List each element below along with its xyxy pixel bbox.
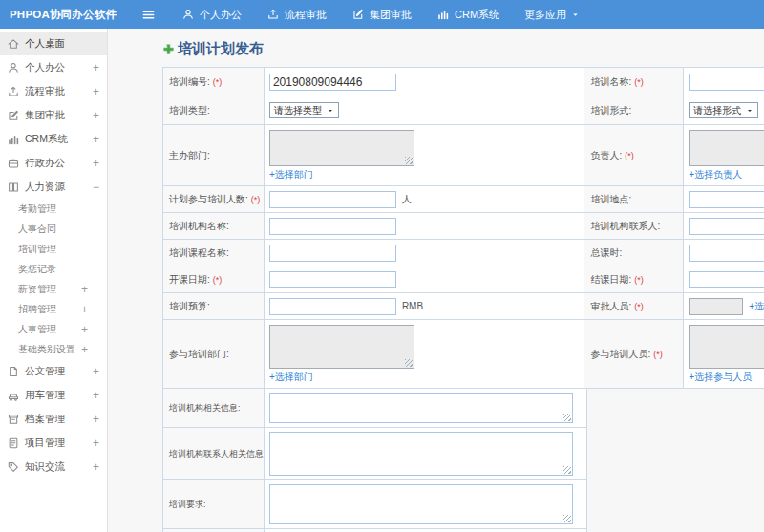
sidebar-subitem[interactable]: 考勤管理: [0, 199, 107, 219]
sidebar-subitem[interactable]: 人事合同: [0, 219, 107, 239]
expand-toggle[interactable]: −: [93, 181, 99, 194]
expand-toggle[interactable]: +: [93, 85, 99, 98]
nav-item-1[interactable]: 个人办公: [169, 0, 254, 29]
field-cell: [684, 68, 764, 96]
field-label-cell: 参与培训部门:: [163, 320, 265, 389]
text-input[interactable]: [689, 191, 764, 208]
expand-toggle[interactable]: +: [93, 389, 99, 402]
user-icon: [181, 8, 195, 21]
picker-textarea[interactable]: [689, 130, 764, 166]
expand-toggle[interactable]: +: [81, 343, 88, 356]
sidebar-item[interactable]: 档案管理+: [0, 407, 107, 431]
textarea-field[interactable]: [269, 432, 573, 476]
sidebar-item[interactable]: 流程审批+: [0, 79, 107, 103]
sidebar-item-label: 公文管理: [25, 365, 65, 378]
text-input[interactable]: [269, 298, 396, 315]
sidebar-item[interactable]: 公文管理+: [0, 359, 107, 383]
field-cell: [265, 428, 587, 480]
expand-toggle[interactable]: +: [81, 323, 88, 336]
sidebar-item-label: 知识交流: [25, 460, 65, 474]
field-cell: [684, 186, 764, 213]
picker-textarea[interactable]: [269, 130, 414, 166]
text-input[interactable]: [689, 74, 764, 91]
sidebar-item[interactable]: 项目管理+: [0, 431, 107, 455]
expand-toggle[interactable]: +: [93, 460, 99, 474]
sidebar-subitem[interactable]: 薪资管理+: [0, 279, 107, 299]
field-label: 培训机构名称:: [169, 220, 229, 233]
nav-item-3[interactable]: 集团审批: [339, 0, 424, 29]
field-label: 培训形式:: [590, 104, 631, 117]
sidebar-subitem[interactable]: 培训管理: [0, 239, 107, 259]
expand-toggle[interactable]: +: [93, 61, 99, 74]
sidebar-item[interactable]: 个人桌面: [0, 32, 107, 55]
sidebar-subitem-label: 培训管理: [18, 243, 56, 256]
app-brand: PHPOA协同办公软件: [0, 8, 141, 22]
textarea-field[interactable]: [269, 484, 573, 524]
picker-link[interactable]: +选择负责人: [689, 168, 742, 181]
sidebar-item[interactable]: 用车管理+: [0, 383, 107, 407]
main-content: 培训计划发布 培训编号:(*)培训名称:(*)培训类型:请选择类型培训形式:请选…: [108, 29, 764, 532]
expand-toggle[interactable]: +: [93, 157, 99, 170]
field-label-cell: 计划参与培训人数:(*): [163, 186, 265, 213]
field-label: 开课日期:: [169, 273, 210, 287]
picker-textarea[interactable]: [269, 325, 414, 369]
expand-toggle[interactable]: +: [93, 133, 99, 146]
flow-icon: [7, 85, 20, 98]
sidebar-item[interactable]: 集团审批+: [0, 103, 107, 127]
text-input[interactable]: [689, 218, 764, 235]
sidebar-subitem[interactable]: 招聘管理+: [0, 299, 107, 319]
expand-toggle[interactable]: +: [93, 436, 99, 450]
archive-icon: [7, 413, 20, 426]
nav-item-2[interactable]: 流程审批: [254, 0, 339, 29]
text-input[interactable]: [269, 245, 396, 262]
text-input[interactable]: [269, 74, 396, 91]
text-input[interactable]: [269, 218, 396, 235]
form-row: 培训编号:(*)培训名称:(*): [163, 68, 764, 96]
field-label: 培训预算:: [169, 300, 210, 313]
picker-link[interactable]: +选择部门: [269, 371, 313, 384]
sidebar-subitem-label: 人事合同: [18, 223, 56, 236]
sidebar-subitem[interactable]: 基础类别设置+: [0, 339, 107, 359]
add-icon: [162, 43, 175, 55]
picker-link[interactable]: +选择审批人员: [749, 300, 764, 313]
menu-toggle-icon[interactable]: [141, 8, 156, 22]
expand-toggle[interactable]: +: [81, 303, 88, 316]
chart-icon: [436, 8, 450, 21]
text-input[interactable]: [269, 191, 396, 208]
textarea-field[interactable]: [269, 393, 573, 423]
nav-item-5[interactable]: 更多应用: [512, 0, 592, 29]
select-box[interactable]: 请选择形式: [689, 102, 758, 118]
expand-toggle[interactable]: +: [93, 365, 99, 378]
sidebar-item-label: 集团审批: [25, 109, 65, 122]
expand-toggle[interactable]: +: [81, 283, 88, 296]
sidebar-item[interactable]: 个人办公+: [0, 55, 107, 79]
sidebar-item-label: 人力资源: [25, 181, 65, 194]
nav-item-label: 更多应用: [524, 8, 566, 22]
sidebar-item[interactable]: 知识交流+: [0, 455, 107, 479]
field-cell: 请选择形式: [684, 96, 764, 125]
sidebar-item[interactable]: 行政办公+: [0, 151, 107, 175]
sidebar-subitem[interactable]: 奖惩记录: [0, 259, 107, 279]
text-input[interactable]: [689, 245, 764, 262]
form-row: 主办部门:+选择部门负责人:(*)+选择负责人: [163, 125, 764, 186]
form-row: 培训要求:: [163, 480, 587, 529]
form-row: 开课日期:(*)结课日期:(*): [163, 266, 764, 293]
picker-input[interactable]: [689, 298, 743, 315]
text-input[interactable]: [689, 271, 764, 288]
picker-link[interactable]: +选择部门: [269, 168, 313, 181]
picker-textarea[interactable]: [689, 325, 764, 369]
picker-link[interactable]: +选择参与人员: [689, 371, 752, 384]
page-title-text: 培训计划发布: [178, 40, 264, 58]
select-box[interactable]: 请选择类型: [269, 102, 339, 118]
select-value: 请选择形式: [693, 104, 741, 117]
expand-toggle[interactable]: +: [93, 413, 99, 426]
sidebar-subitem[interactable]: 人事管理+: [0, 319, 107, 339]
expand-toggle[interactable]: +: [93, 109, 99, 122]
nav-item-4[interactable]: CRM系统: [424, 0, 512, 29]
field-suffix: 人: [402, 193, 412, 206]
field-label-cell: 参与培训人员:(*): [584, 320, 684, 389]
text-input[interactable]: [269, 271, 396, 288]
sidebar-item[interactable]: 人力资源−: [0, 175, 107, 199]
sidebar-item-label: 流程审批: [25, 85, 65, 98]
sidebar-item[interactable]: CRM系统+: [0, 127, 107, 151]
